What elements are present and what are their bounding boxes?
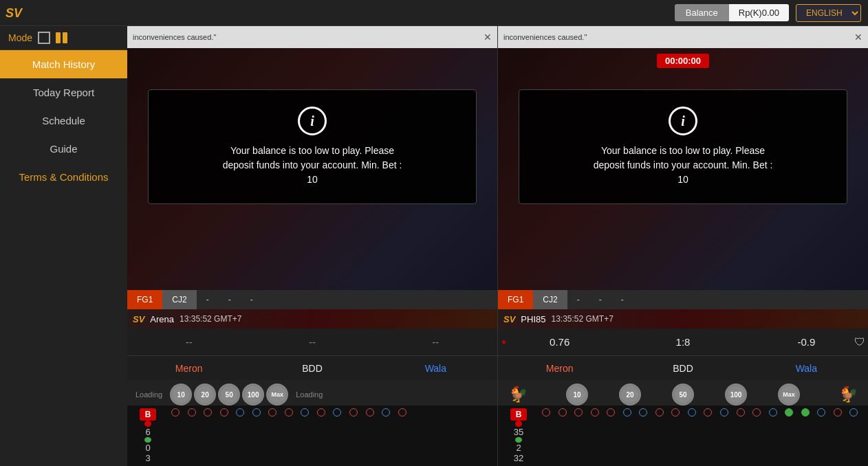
arena-name-left: Arena (150, 314, 174, 324)
labels-row-left: Meron BDD Wala (127, 356, 497, 380)
pause-bar-1 (56, 32, 61, 43)
dialog-bar-left: inconveniences caused." ✕ (127, 26, 497, 48)
sv-logo-left: SV (133, 314, 144, 324)
chips-row-left: Loading 10 20 50 100 Max Loading (127, 380, 497, 409)
sidebar-item-today-report[interactable]: Today Report (0, 78, 127, 107)
score-grid-left (169, 406, 497, 466)
sidebar-item-terms[interactable]: Terms & Conditions (0, 163, 127, 191)
label-bdd-left[interactable]: BDD (250, 363, 373, 374)
arena-info-right: SV PHI85 13:35:52 GMT+7 (498, 309, 868, 329)
scr-r11 (834, 408, 842, 417)
arena-info-left: SV Arena 13:35:52 GMT+7 (127, 309, 497, 329)
arena-tab-dash1-right[interactable]: - (567, 290, 589, 309)
arena-tab-dash2-left[interactable]: - (219, 290, 241, 309)
arena-tab-dash3-left[interactable]: - (241, 290, 263, 309)
pause-bar-2 (63, 32, 67, 43)
betting-area-left: -- -- -- Meron BDD Wala Loading 10 20 50… (127, 329, 497, 466)
label-wala-left[interactable]: Wala (374, 363, 497, 374)
timer-badge: 00:00:00 (657, 54, 709, 68)
sc-b5 (382, 408, 390, 417)
balance-overlay-right: i Your balance is too low to play. Pleas… (519, 89, 847, 204)
scr-b2 (639, 408, 647, 417)
sc-b3 (301, 408, 309, 417)
chip-50-left[interactable]: 50 (218, 384, 240, 406)
chip-50-right[interactable]: 50 (672, 384, 694, 406)
sc-b4 (333, 408, 341, 417)
odds-row-right: ★ 0.76 1:8 -0.9 🛡 (498, 329, 868, 356)
mode-label: Mode (8, 32, 32, 43)
sc-r9 (366, 408, 374, 417)
sc-r7 (317, 408, 325, 417)
info-icon-right: i (669, 107, 697, 135)
scr-r8 (704, 408, 712, 417)
chip-100-right[interactable]: 100 (725, 384, 747, 406)
panel-left: inconveniences caused." ✕ i Your balance… (127, 26, 498, 466)
arena-tab-fg1-right[interactable]: FG1 (498, 290, 533, 309)
betting-area-right: ★ 0.76 1:8 -0.9 🛡 Meron BDD Wala (498, 329, 868, 466)
chip-100-left[interactable]: 100 (242, 384, 264, 406)
scr-r5 (607, 408, 615, 417)
score-badge-left: B (140, 408, 157, 421)
odds-bdd-right: 1:8 (621, 336, 744, 348)
chip-20-right[interactable]: 20 (619, 384, 641, 406)
arena-tab-dash1-left[interactable]: - (197, 290, 219, 309)
arena-tab-dash2-right[interactable]: - (589, 290, 611, 309)
rooster-right-right: 🐓 (831, 386, 865, 403)
dialog-close-left[interactable]: ✕ (484, 32, 492, 43)
arena-tab-cj2-right[interactable]: CJ2 (533, 290, 567, 309)
arena-tabs-right: FG1 CJ2 - - - (498, 290, 868, 309)
chip-max-left[interactable]: Max (266, 384, 288, 406)
chip-10-left[interactable]: 10 (170, 384, 192, 406)
scr-g2 (801, 408, 810, 417)
arena-tabs-left: FG1 CJ2 - - - (127, 290, 497, 309)
arena-tab-cj2-left[interactable]: CJ2 (162, 290, 196, 309)
arena-time-right: 13:35:52 GMT+7 (551, 314, 613, 324)
scoreboard-left: B 6 0 3 (127, 406, 497, 466)
score-left-right: B 35 2 32 (498, 406, 539, 466)
odds-meron-right: 0.76 (498, 336, 621, 348)
scr-r10 (752, 408, 761, 417)
scr-r7 (671, 408, 680, 417)
dialog-close-right[interactable]: ✕ (854, 32, 862, 43)
balance-amount: Rp(K)0.00 (729, 4, 789, 21)
sc-b2 (252, 408, 261, 417)
labels-row-right: Meron BDD Wala (498, 356, 868, 380)
scr-b3 (688, 408, 696, 417)
logo-text: SV (6, 6, 22, 21)
scr-r1 (542, 408, 550, 417)
label-meron-left[interactable]: Meron (127, 363, 250, 374)
sidebar-item-schedule[interactable]: Schedule (0, 107, 127, 135)
scr-g1 (785, 408, 793, 417)
score-blue-num-left: 3 (145, 453, 150, 463)
chip-10-right[interactable]: 10 (566, 384, 588, 406)
loading-right-left: Loading (290, 390, 328, 399)
shield-icon-right: 🛡 (854, 336, 865, 348)
header: SV Balance Rp(K)0.00 ENGLISH (0, 0, 868, 26)
info-icon-left: i (298, 107, 327, 135)
scr-r3 (574, 408, 583, 417)
arena-tab-fg1-left[interactable]: FG1 (127, 290, 162, 309)
scr-b4 (720, 408, 728, 417)
score-left-left: B 6 0 3 (127, 406, 169, 466)
label-bdd-right[interactable]: BDD (621, 363, 744, 374)
score-dot-green-left (144, 437, 151, 443)
balance-button[interactable]: Balance (675, 4, 729, 21)
sidebar: Mode Match History Today Report Schedule… (0, 26, 127, 466)
score-badge-right: B (510, 408, 528, 421)
balance-section: Balance Rp(K)0.00 (675, 4, 789, 21)
language-select[interactable]: ENGLISH (796, 4, 861, 22)
label-meron-right[interactable]: Meron (498, 363, 621, 374)
pause-icon (56, 32, 67, 43)
arena-tab-dash3-right[interactable]: - (611, 290, 633, 309)
sidebar-item-guide[interactable]: Guide (0, 135, 127, 163)
label-wala-right[interactable]: Wala (745, 363, 868, 374)
chip-20-left[interactable]: 20 (194, 384, 216, 406)
score-green-num-right: 2 (516, 443, 521, 453)
mode-bar: Mode (0, 26, 127, 50)
sidebar-item-match-history[interactable]: Match History (0, 50, 127, 78)
score-dot-red-right (515, 421, 522, 427)
chip-max-right[interactable]: Max (778, 384, 800, 406)
sc-r5 (268, 408, 276, 417)
dialog-text-left: inconveniences caused." (133, 33, 216, 41)
chips-row-right: 🐓 10 20 50 100 Max 🐓 (498, 380, 868, 409)
